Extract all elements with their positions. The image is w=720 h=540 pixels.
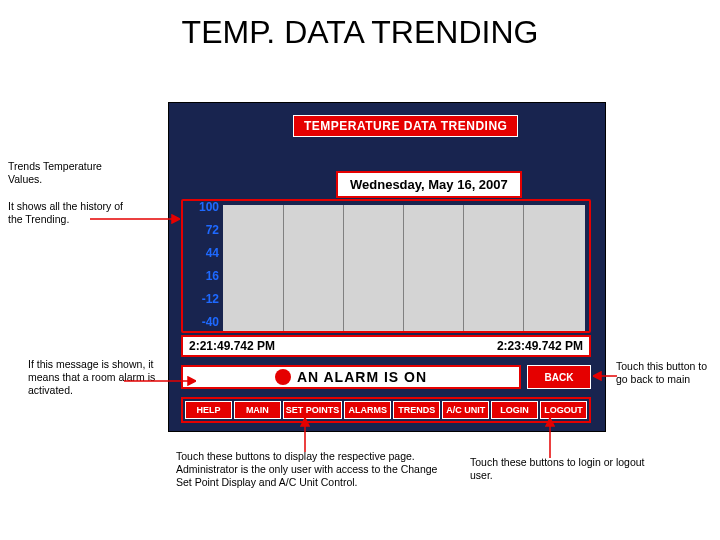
y-tick: 100 (187, 201, 219, 213)
time-end: 2:23:49.742 PM (497, 339, 583, 353)
annotation-nav-buttons: Touch these buttons to display the respe… (176, 450, 446, 489)
date-badge: Wednesday, May 16, 2007 (336, 171, 522, 198)
arrow-icon (545, 418, 555, 458)
trends-button[interactable]: TRENDS (393, 401, 440, 419)
svg-marker-5 (593, 372, 601, 380)
arrow-icon (300, 418, 310, 452)
help-button[interactable]: HELP (185, 401, 232, 419)
y-axis-ticks: 100 72 44 16 -12 -40 (187, 201, 221, 331)
alarm-banner: AN ALARM IS ON (181, 365, 521, 389)
svg-marker-7 (301, 418, 309, 426)
nav-button-bar: HELP MAIN SET POINTS ALARMS TRENDS A/C U… (181, 397, 591, 423)
arrow-icon (90, 214, 180, 224)
annotation-login-logout: Touch these buttons to login or logout u… (470, 456, 650, 482)
arrow-icon (124, 376, 196, 386)
ac-unit-button[interactable]: A/C UNIT (442, 401, 489, 419)
back-button[interactable]: BACK (527, 365, 591, 389)
svg-marker-3 (188, 377, 196, 385)
chart-grid-area (223, 205, 585, 331)
logout-button[interactable]: LOGOUT (540, 401, 587, 419)
svg-marker-1 (172, 215, 180, 223)
annotation-back: Touch this button to go back to main (616, 360, 716, 386)
hmi-panel: TEMPERATURE DATA TRENDING Wednesday, May… (168, 102, 606, 432)
y-tick: -12 (187, 293, 219, 305)
annotation-trends-values: Trends Temperature Values. (8, 160, 138, 186)
page-title: TEMP. DATA TRENDING (0, 0, 720, 51)
alarm-text: AN ALARM IS ON (297, 369, 427, 385)
login-button[interactable]: LOGIN (491, 401, 538, 419)
set-points-button[interactable]: SET POINTS (283, 401, 343, 419)
alarm-indicator-icon (275, 369, 291, 385)
svg-marker-9 (546, 418, 554, 426)
y-tick: -40 (187, 316, 219, 328)
time-start: 2:21:49.742 PM (189, 339, 275, 353)
y-tick: 72 (187, 224, 219, 236)
arrow-icon (593, 371, 617, 381)
alarms-button[interactable]: ALARMS (344, 401, 391, 419)
hmi-title-badge: TEMPERATURE DATA TRENDING (293, 115, 518, 137)
y-tick: 44 (187, 247, 219, 259)
alarm-row: AN ALARM IS ON BACK (181, 365, 591, 389)
trend-chart: 100 72 44 16 -12 -40 (181, 199, 591, 333)
time-axis: 2:21:49.742 PM 2:23:49.742 PM (181, 335, 591, 357)
y-tick: 16 (187, 270, 219, 282)
main-button[interactable]: MAIN (234, 401, 281, 419)
